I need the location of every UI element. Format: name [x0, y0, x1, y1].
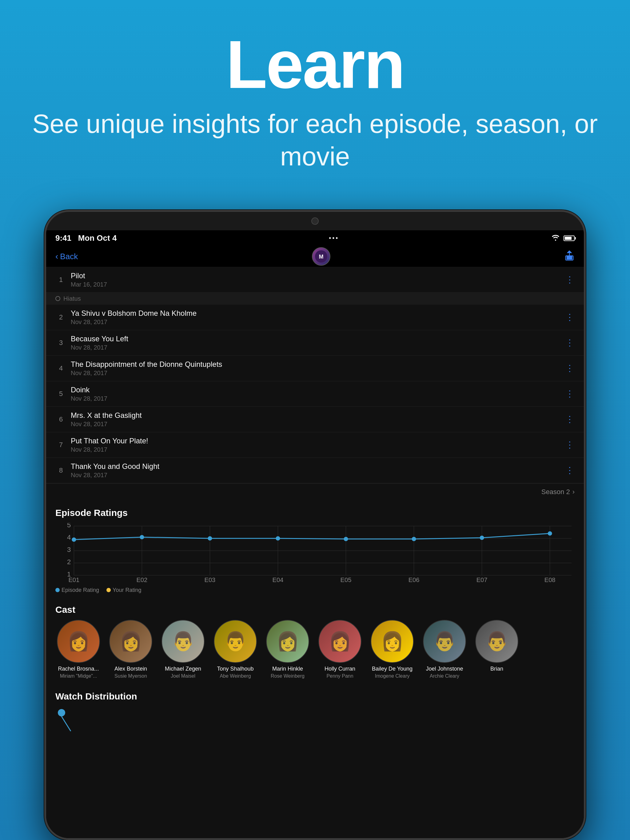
ep-title: Mrs. X at the Gaslight	[71, 411, 565, 420]
share-button[interactable]	[564, 250, 575, 263]
watch-section: Watch Distribution	[46, 685, 584, 838]
cast-item[interactable]: 👩 Alex Borstein Susie Myerson	[108, 620, 154, 679]
episode-item[interactable]: 1 Pilot Mar 16, 2017 ⋮	[46, 267, 584, 293]
season-nav-chevron-icon: ›	[573, 488, 575, 496]
cast-item[interactable]: 👩 Marin Hinkle Rose Weinberg	[264, 620, 311, 679]
cast-avatar-emoji: 👩	[381, 630, 404, 652]
svg-point-30	[140, 535, 144, 539]
ep-info: Thank You and Good Night Nov 28, 2017	[66, 462, 565, 479]
ep-info: Pilot Mar 16, 2017	[66, 272, 565, 288]
hiatus-label: Hiatus	[63, 295, 81, 302]
svg-point-37	[58, 709, 65, 717]
status-time: 9:41 Mon Oct 4	[55, 234, 117, 243]
cast-avatar: 👨	[423, 620, 466, 663]
svg-text:E05: E05	[340, 576, 351, 583]
ep-number: 8	[55, 466, 66, 474]
ep-title: Pilot	[71, 272, 565, 280]
svg-point-32	[275, 536, 280, 540]
episode-item[interactable]: 4 The Disappointment of the Dionne Quint…	[46, 356, 584, 381]
more-icon[interactable]: ⋮	[565, 312, 575, 322]
cast-member-role: Miriam "Midge"...	[60, 673, 97, 679]
cast-item[interactable]: 👩 Rachel Brosna... Miriam "Midge"...	[55, 620, 101, 679]
your-rating-dot	[106, 588, 111, 592]
ep-date: Nov 28, 2017	[71, 472, 565, 479]
cast-member-name: Bailey De Young	[372, 665, 413, 673]
cast-avatar: 👨	[161, 620, 204, 663]
show-icon: M	[312, 247, 330, 266]
ep-date: Nov 28, 2017	[71, 369, 565, 377]
more-icon[interactable]: ⋮	[565, 338, 575, 348]
back-chevron-icon: ‹	[55, 251, 58, 261]
ep-info: Because You Left Nov 28, 2017	[66, 335, 565, 351]
cast-avatar-emoji: 👩	[329, 630, 351, 652]
ep-number: 6	[55, 415, 66, 423]
ep-title: Ya Shivu v Bolshom Dome Na Kholme	[71, 309, 565, 317]
cast-item[interactable]: 👨 Joel Johnstone Archie Cleary	[421, 620, 468, 679]
svg-line-38	[62, 717, 71, 731]
cast-member-name: Joel Johnstone	[426, 665, 463, 673]
cast-member-role: Abe Weinberg	[220, 673, 251, 679]
episode-item[interactable]: 6 Mrs. X at the Gaslight Nov 28, 2017 ⋮	[46, 407, 584, 432]
cast-item[interactable]: 👨 Michael Zegen Joel Maisel	[160, 620, 206, 679]
cast-member-role: Archie Cleary	[430, 673, 459, 679]
ep-date: Nov 28, 2017	[71, 319, 565, 325]
svg-text:5: 5	[67, 523, 71, 529]
episode-item[interactable]: 2 Ya Shivu v Bolshom Dome Na Kholme Nov …	[46, 305, 584, 330]
svg-point-35	[480, 535, 484, 540]
screen: 9:41 Mon Oct 4 •••	[46, 230, 584, 838]
cast-item[interactable]: 👩 Holly Curran Penny Pann	[317, 620, 363, 679]
episode-item[interactable]: 8 Thank You and Good Night Nov 28, 2017 …	[46, 458, 584, 483]
battery-icon	[564, 235, 575, 241]
cast-item[interactable]: 👨 Brian	[474, 620, 520, 679]
legend-episode-rating: Episode Rating	[55, 587, 99, 594]
more-icon[interactable]: ⋮	[565, 414, 575, 424]
device-container: 9:41 Mon Oct 4 •••	[44, 210, 586, 840]
more-icon[interactable]: ⋮	[565, 388, 575, 399]
svg-text:E08: E08	[545, 576, 556, 583]
season-nav[interactable]: Season 2 ›	[46, 483, 584, 500]
ep-title: The Disappointment of the Dionne Quintup…	[71, 360, 565, 369]
watch-title: Watch Distribution	[55, 691, 575, 702]
cast-member-role: Rose Weinberg	[271, 673, 304, 679]
cast-member-role: Susie Myerson	[114, 673, 147, 679]
ep-info: Doink Nov 28, 2017	[66, 385, 565, 402]
ep-number: 7	[55, 441, 66, 449]
svg-text:E03: E03	[204, 576, 216, 583]
svg-text:E06: E06	[408, 576, 419, 583]
svg-point-31	[207, 536, 212, 540]
more-icon[interactable]: ⋮	[565, 275, 575, 285]
ep-number: 2	[55, 313, 66, 321]
more-icon[interactable]: ⋮	[565, 363, 575, 373]
ep-info: Mrs. X at the Gaslight Nov 28, 2017	[66, 411, 565, 428]
episode-item[interactable]: 5 Doink Nov 28, 2017 ⋮	[46, 381, 584, 407]
more-icon[interactable]: ⋮	[565, 465, 575, 475]
cast-member-name: Tony Shalhoub	[217, 665, 253, 673]
more-icon[interactable]: ⋮	[565, 440, 575, 450]
status-right	[551, 234, 575, 243]
ep-number: 3	[55, 339, 66, 347]
cast-item[interactable]: 👩 Bailey De Young Imogene Cleary	[369, 620, 415, 679]
cast-item[interactable]: 👨 Tony Shalhoub Abe Weinberg	[212, 620, 258, 679]
cast-avatar-emoji: 👩	[119, 630, 142, 652]
svg-text:4: 4	[67, 534, 71, 541]
ep-info: The Disappointment of the Dionne Quintup…	[66, 360, 565, 377]
cast-member-name: Alex Borstein	[114, 665, 147, 673]
cast-avatar-emoji: 👨	[486, 630, 508, 652]
cast-avatar: 👨	[214, 620, 257, 663]
ep-title: Put That On Your Plate!	[71, 437, 565, 445]
chart-title: Episode Ratings	[55, 508, 575, 518]
battery-fill	[565, 237, 571, 240]
cast-avatar: 👩	[109, 620, 152, 663]
back-button[interactable]: ‹ Back	[55, 251, 78, 261]
cast-member-role: Penny Pann	[326, 673, 353, 679]
camera-bar	[46, 212, 584, 230]
cast-section: Cast 👩 Rachel Brosna... Miriam "Midge"..…	[46, 598, 584, 685]
svg-text:E01: E01	[68, 576, 79, 583]
svg-point-33	[343, 537, 348, 541]
episode-item[interactable]: 3 Because You Left Nov 28, 2017 ⋮	[46, 330, 584, 356]
episode-item[interactable]: 7 Put That On Your Plate! Nov 28, 2017 ⋮	[46, 432, 584, 458]
svg-text:E07: E07	[476, 576, 488, 583]
svg-text:2: 2	[67, 558, 71, 566]
nav-bar: ‹ Back M	[46, 246, 584, 267]
cast-avatar-emoji: 👩	[276, 630, 299, 652]
